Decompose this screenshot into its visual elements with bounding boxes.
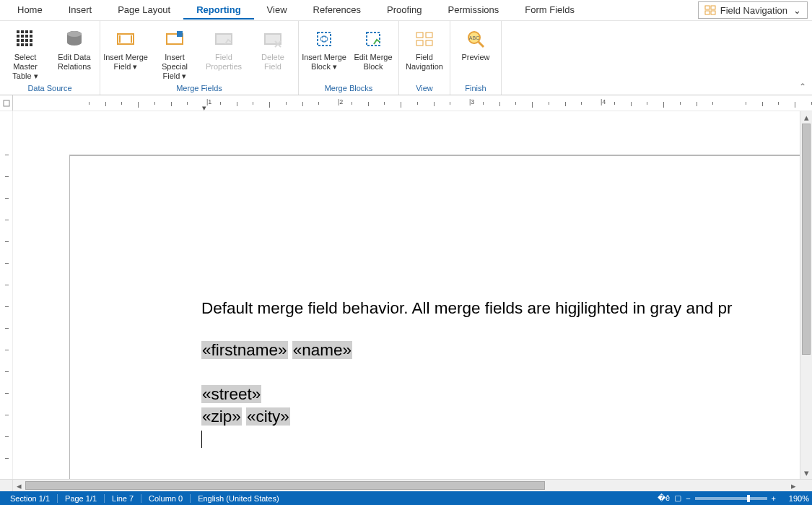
ribbon-group-label: View: [416, 82, 433, 95]
horizontal-ruler[interactable]: |1|2|3|4▾: [0, 95, 812, 111]
page[interactable]: Default merge field behavior. All merge …: [69, 155, 800, 479]
hscroll-thumb[interactable]: [25, 481, 545, 490]
svg-rect-36: [4, 100, 9, 106]
insert-merge-field-button[interactable]: Insert Merge Field ▾: [102, 24, 149, 82]
mblock-icon: [312, 27, 336, 51]
insert-merge-block-button[interactable]: Insert Merge Block ▾: [300, 24, 348, 82]
zoom-controls: �ê ▢ − + 190%: [658, 493, 809, 503]
svg-rect-12: [17, 39, 19, 42]
svg-line-35: [479, 42, 484, 47]
zoom-out-button[interactable]: −: [686, 494, 690, 503]
fit-page-icon[interactable]: ▢: [674, 493, 681, 503]
field-navigation-dropdown[interactable]: Field Navigation ⌄: [698, 1, 808, 19]
menu-tab-insert[interactable]: Insert: [56, 1, 105, 20]
svg-rect-31: [416, 40, 423, 46]
document-line[interactable]: [201, 362, 800, 384]
horizontal-scrollbar-row: ◂ ▸: [0, 479, 812, 491]
svg-rect-3: [711, 11, 715, 14]
document-line[interactable]: «zip» «city»: [201, 406, 800, 428]
collapse-ribbon-button[interactable]: ⌃: [799, 82, 806, 92]
status-line[interactable]: Line 7: [105, 494, 141, 503]
insert-special-field-button[interactable]: Insert Special Field ▾: [151, 24, 198, 82]
scroll-right-button[interactable]: ▸: [787, 480, 800, 491]
scroll-up-button[interactable]: ▴: [800, 111, 812, 124]
field-properties-button: Field Properties: [200, 24, 248, 82]
vscroll-track[interactable]: [800, 124, 812, 467]
hscroll-track[interactable]: [25, 480, 787, 491]
merge-field[interactable]: «street»: [201, 385, 261, 403]
preview-icon: ABC: [463, 27, 488, 51]
preview-button[interactable]: ABCPreview: [452, 24, 499, 82]
fit-width-icon[interactable]: �ê: [658, 493, 670, 503]
delete-field-label: Delete Field: [261, 53, 284, 72]
edit-merge-block-button[interactable]: Edit Merge Block: [349, 24, 397, 82]
menu-tab-view[interactable]: View: [254, 1, 300, 20]
menu-tab-home[interactable]: Home: [4, 1, 56, 20]
menu-tab-page-layout[interactable]: Page Layout: [105, 1, 183, 20]
ribbon-group-label: Finish: [465, 82, 486, 95]
svg-rect-15: [30, 39, 32, 42]
status-bar: Section 1/1 Page 1/1 Line 7 Column 0 Eng…: [0, 491, 812, 505]
editor-area: Default merge field behavior. All merge …: [0, 111, 812, 479]
horizontal-scrollbar[interactable]: ◂ ▸: [13, 480, 800, 491]
svg-rect-8: [17, 35, 19, 38]
svg-point-21: [67, 31, 82, 37]
status-page[interactable]: Page 1/1: [58, 494, 105, 503]
edit-data-relations-button[interactable]: Edit Data Relations: [51, 24, 98, 82]
merge-field[interactable]: «name»: [292, 341, 352, 359]
ribbon-group-view: Field NavigationView: [399, 21, 450, 95]
menu-tab-permissions[interactable]: Permissions: [435, 1, 512, 20]
svg-rect-14: [25, 39, 28, 42]
document-line[interactable]: «firstname» «name»: [201, 340, 800, 361]
svg-rect-4: [17, 30, 19, 33]
vertical-ruler[interactable]: [0, 111, 13, 479]
zoom-slider[interactable]: [695, 497, 767, 500]
status-column[interactable]: Column 0: [141, 494, 191, 503]
svg-rect-18: [25, 43, 28, 46]
menu-tab-form-fields[interactable]: Form Fields: [512, 1, 588, 20]
document-line[interactable]: «street»: [201, 384, 800, 405]
fnav-icon: [412, 27, 437, 51]
merge-field[interactable]: «zip»: [201, 407, 242, 426]
document-viewport[interactable]: Default merge field behavior. All merge …: [13, 111, 800, 479]
status-language[interactable]: English (United States): [191, 494, 287, 503]
menu-tab-reporting[interactable]: Reporting: [183, 1, 253, 20]
field-properties-label: Field Properties: [206, 53, 242, 72]
mfield-icon: [113, 27, 138, 51]
svg-rect-13: [21, 39, 24, 42]
menu-tab-proofing[interactable]: Proofing: [374, 1, 435, 20]
merge-field[interactable]: «city»: [246, 407, 290, 426]
status-section[interactable]: Section 1/1: [3, 494, 58, 503]
svg-rect-9: [21, 35, 24, 38]
zoom-in-button[interactable]: +: [772, 494, 776, 503]
svg-rect-28: [367, 33, 380, 46]
scroll-left-button[interactable]: ◂: [13, 480, 25, 491]
zoom-slider-thumb[interactable]: [747, 495, 750, 502]
svg-rect-17: [21, 43, 24, 46]
delete-field-button: Delete Field: [249, 24, 297, 82]
insert-special-field-label: Insert Special Field ▾: [151, 53, 198, 81]
ribbon-group-data-source: Select Master Table ▾Edit Data Relations…: [0, 21, 100, 95]
vscroll-thumb[interactable]: [802, 124, 811, 355]
ribbon-group-label: Merge Blocks: [325, 82, 373, 95]
menu-tab-references[interactable]: References: [300, 1, 374, 20]
field-navigation-button[interactable]: Field Navigation: [401, 24, 448, 82]
svg-rect-24: [177, 31, 183, 37]
svg-rect-19: [30, 43, 32, 46]
svg-rect-2: [705, 11, 710, 14]
vertical-scrollbar[interactable]: ▴ ▾: [800, 111, 812, 479]
field-navigation-label: Field Navigation: [720, 5, 787, 16]
text-span[interactable]: [288, 341, 292, 359]
document-text[interactable]: Default merge field behavior. All merge …: [201, 298, 800, 319]
svg-rect-0: [705, 6, 710, 9]
edit-merge-block-label: Edit Merge Block: [354, 53, 392, 72]
menu-bar: HomeInsertPage LayoutReportingViewRefere…: [0, 0, 812, 20]
text-cursor: [201, 428, 800, 449]
merge-field[interactable]: «firstname»: [201, 341, 288, 359]
scroll-down-button[interactable]: ▾: [800, 467, 812, 479]
database-icon: [62, 27, 87, 51]
svg-rect-10: [25, 35, 28, 38]
zoom-value[interactable]: 190%: [780, 494, 809, 503]
select-master-table-button[interactable]: Select Master Table ▾: [1, 24, 49, 82]
svg-rect-6: [25, 30, 28, 33]
